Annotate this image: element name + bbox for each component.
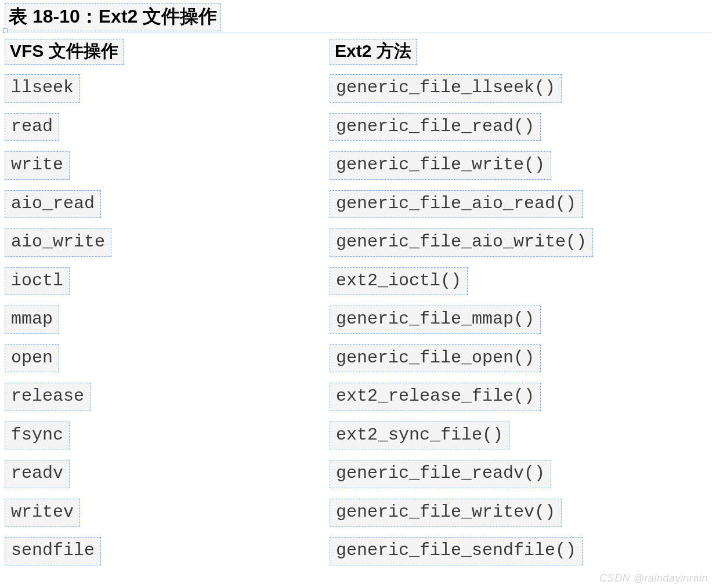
table-row: ext2_release_file() xyxy=(330,383,711,411)
ext2-method: generic_file_mmap() xyxy=(330,306,541,334)
vfs-op: release xyxy=(5,383,91,411)
table-row: release xyxy=(5,383,330,411)
ext2-method: generic_file_aio_write() xyxy=(330,228,593,257)
table-row: write xyxy=(5,151,330,180)
vfs-op: llseek xyxy=(5,74,80,103)
table-row: ioctl xyxy=(5,267,330,296)
vfs-op: read xyxy=(5,113,59,141)
ext2-method: generic_file_aio_read() xyxy=(330,190,583,219)
table-row: generic_file_aio_read() xyxy=(330,190,711,219)
vfs-op: aio_write xyxy=(5,228,111,257)
table-columns: VFS 文件操作 llseek read write aio_read aio_… xyxy=(0,39,716,576)
vfs-op: sendfile xyxy=(5,537,101,565)
table-row: writev xyxy=(5,499,330,527)
ext2-method: generic_file_writev() xyxy=(330,499,562,527)
column-header-ext2: Ext2 方法 xyxy=(330,39,417,65)
table-row: generic_file_readv() xyxy=(330,460,711,488)
table-row: generic_file_write() xyxy=(330,151,711,180)
column-vfs: VFS 文件操作 llseek read write aio_read aio_… xyxy=(5,39,330,576)
table-row: aio_write xyxy=(5,228,330,257)
title-divider xyxy=(5,32,711,33)
table-title: 表 18-10：Ext2 文件操作 xyxy=(9,4,217,30)
table-row: readv xyxy=(5,460,330,488)
column-ext2: Ext2 方法 generic_file_llseek() generic_fi… xyxy=(330,39,711,576)
vfs-op: write xyxy=(5,151,70,180)
table-row: generic_file_writev() xyxy=(330,499,711,527)
ext2-method: ext2_sync_file() xyxy=(330,422,509,450)
vfs-op: aio_read xyxy=(5,190,101,219)
vfs-op: open xyxy=(5,344,59,373)
column-header-vfs: VFS 文件操作 xyxy=(5,39,124,65)
table-row: generic_file_llseek() xyxy=(330,74,711,103)
table-row: open xyxy=(5,344,330,373)
ext2-method: ext2_release_file() xyxy=(330,383,541,411)
table-row: read xyxy=(5,113,330,141)
vfs-op: ioctl xyxy=(5,267,70,296)
vfs-op: mmap xyxy=(5,306,59,334)
ext2-method: ext2_ioctl() xyxy=(330,267,468,296)
ext2-method: generic_file_sendfile() xyxy=(330,537,583,565)
table-title-selection: 表 18-10：Ext2 文件操作 xyxy=(5,3,221,31)
table-row: ext2_sync_file() xyxy=(330,422,711,450)
table-row: generic_file_mmap() xyxy=(330,306,711,334)
table-row: generic_file_sendfile() xyxy=(330,537,711,565)
table-row: sendfile xyxy=(5,537,330,565)
table-row: fsync xyxy=(5,422,330,450)
ext2-method: generic_file_read() xyxy=(330,113,541,141)
table-row: generic_file_aio_write() xyxy=(330,228,711,257)
vfs-op: writev xyxy=(5,499,80,527)
table-row: llseek xyxy=(5,74,330,103)
ext2-method: generic_file_write() xyxy=(330,151,551,180)
vfs-op: readv xyxy=(5,460,70,488)
table-row: generic_file_read() xyxy=(330,113,711,141)
table-row: aio_read xyxy=(5,190,330,219)
table-row: generic_file_open() xyxy=(330,344,711,373)
table-row: mmap xyxy=(5,306,330,334)
ext2-method: generic_file_llseek() xyxy=(330,74,562,103)
ext2-method: generic_file_readv() xyxy=(330,460,551,488)
vfs-op: fsync xyxy=(5,422,70,450)
ext2-method: generic_file_open() xyxy=(330,344,541,373)
table-row: ext2_ioctl() xyxy=(330,267,711,296)
